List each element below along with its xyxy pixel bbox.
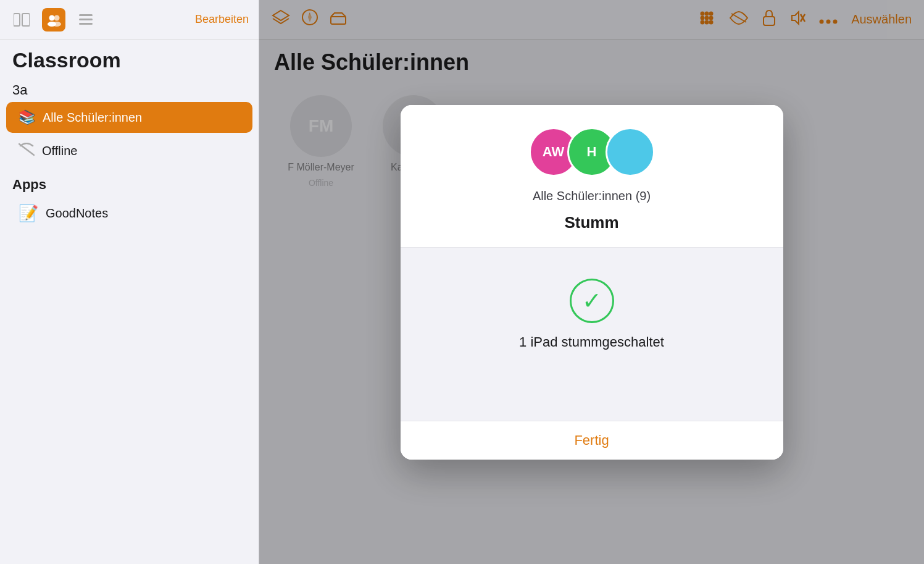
offline-label: Offline (42, 144, 77, 158)
result-text: 1 iPad stummgeschaltet (519, 334, 664, 350)
app-layout: Bearbeiten Classroom 3a 📚 Alle Schüler:i… (0, 0, 924, 564)
modal-action-title: Stumm (564, 213, 618, 232)
goodnotes-icon: 📝 (19, 204, 38, 223)
class-label: 3a (0, 76, 259, 101)
sidebar-item-goodnotes[interactable]: 📝 GoodNotes (6, 196, 252, 230)
sidebar-toolbar: Bearbeiten (0, 0, 259, 40)
svg-rect-0 (14, 14, 20, 26)
modal-group-name: Alle Schüler:innen (9) (533, 189, 651, 203)
sidebar-item-offline[interactable]: Offline (6, 135, 252, 167)
svg-point-2 (49, 15, 55, 20)
sidebar-item-alle-schueler[interactable]: 📚 Alle Schüler:innen (6, 102, 252, 133)
modal-avatars: AW H (529, 127, 655, 177)
apps-section-label: Apps (0, 168, 259, 195)
success-circle: ✓ (570, 279, 614, 323)
sidebar: Bearbeiten Classroom 3a 📚 Alle Schüler:i… (0, 0, 259, 564)
modal-avatar-extra (606, 127, 655, 177)
svg-point-5 (52, 22, 61, 27)
modal-top: AW H Alle Schüler:innen (9) Stumm (401, 105, 783, 248)
modal-overlay: AW H Alle Schüler:innen (9) Stumm ✓ 1 iP… (259, 0, 924, 564)
goodnotes-label: GoodNotes (46, 206, 108, 221)
edit-button[interactable]: Bearbeiten (195, 13, 249, 26)
fertig-button[interactable]: Fertig (401, 421, 783, 460)
alle-schueler-label: Alle Schüler:innen (43, 111, 142, 125)
svg-rect-7 (79, 19, 93, 20)
check-icon: ✓ (582, 289, 602, 313)
modal-dialog: AW H Alle Schüler:innen (9) Stumm ✓ 1 iP… (401, 105, 783, 460)
svg-rect-8 (79, 23, 93, 25)
list-icon[interactable] (74, 8, 98, 32)
svg-point-3 (54, 15, 60, 20)
alle-schueler-icon: 📚 (19, 109, 35, 125)
offline-icon (19, 143, 35, 159)
people-icon[interactable] (42, 8, 65, 32)
svg-rect-6 (79, 14, 93, 16)
sidebar-title: Classroom (0, 40, 259, 76)
modal-footer: Fertig (401, 421, 783, 460)
sidebar-toggle-icon[interactable] (10, 8, 33, 32)
modal-bottom: ✓ 1 iPad stummgeschaltet (401, 248, 783, 421)
svg-rect-1 (22, 14, 30, 26)
main-content: Auswählen Alle Schüler:innen FM F Möller… (259, 0, 924, 564)
